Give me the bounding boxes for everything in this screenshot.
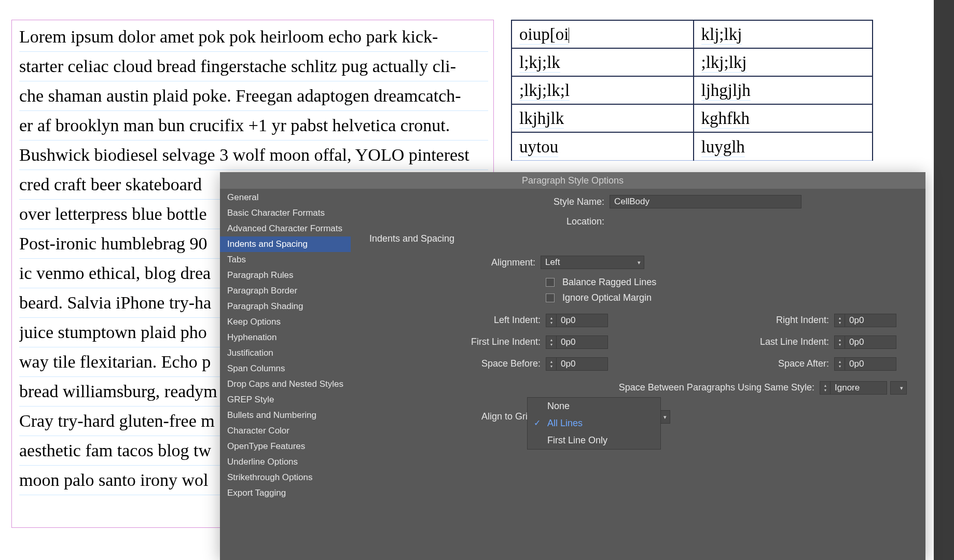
space-between-input[interactable]: [830, 381, 887, 395]
style-name-label: Style Name:: [537, 197, 610, 207]
sidebar-item[interactable]: Paragraph Border: [220, 283, 351, 299]
text-line: Bushwick biodiesel selvage 3 wolf moon o…: [19, 141, 488, 170]
table-cell[interactable]: uytou: [511, 132, 694, 160]
spinner-icon[interactable]: ▴▾: [820, 381, 830, 395]
chevron-down-icon: ▾: [900, 382, 903, 394]
balance-ragged-label: Balance Ragged Lines: [562, 277, 656, 287]
sidebar-item[interactable]: Underline Options: [220, 454, 351, 470]
text-line: starter celiac cloud bread fingerstache …: [19, 52, 488, 81]
sidebar-item[interactable]: Tabs: [220, 252, 351, 268]
left-indent-input[interactable]: [556, 314, 608, 327]
sidebar-item[interactable]: Bullets and Numbering: [220, 408, 351, 423]
left-indent-label: Left Indent:: [369, 315, 546, 326]
data-table[interactable]: oiup[oiklj;lkjl;kj;lk;lkj;lkj;lkj;lk;llj…: [511, 20, 873, 161]
table-cell[interactable]: ;lkj;lkj: [694, 48, 873, 76]
sidebar-item[interactable]: Indents and Spacing: [220, 236, 351, 252]
last-line-indent-label: Last Line Indent:: [760, 337, 834, 347]
ignore-optical-checkbox[interactable]: [546, 293, 555, 302]
app-chrome-right: [934, 0, 954, 560]
space-before-input[interactable]: [556, 357, 608, 371]
sidebar-item[interactable]: Drop Caps and Nested Styles: [220, 376, 351, 392]
dropdown-item[interactable]: First Line Only: [528, 432, 660, 449]
table-row: uytouluyglh: [511, 132, 873, 160]
sidebar-item[interactable]: Hyphenation: [220, 330, 351, 345]
sidebar-item[interactable]: Keep Options: [220, 314, 351, 330]
first-line-indent-label: First Line Indent:: [369, 337, 546, 347]
sidebar-item[interactable]: Span Columns: [220, 361, 351, 376]
sidebar-item[interactable]: OpenType Features: [220, 439, 351, 454]
text-line: er af brooklyn man bun crucifix +1 yr pa…: [19, 111, 488, 141]
table-cell[interactable]: luyglh: [694, 132, 873, 160]
spinner-icon[interactable]: ▴▾: [834, 335, 845, 349]
table-cell[interactable]: lkjhjlk: [511, 104, 694, 132]
text-line: che shaman austin plaid poke. Freegan ad…: [19, 81, 488, 111]
check-icon: ✓: [534, 418, 541, 428]
style-name-input[interactable]: [610, 195, 801, 208]
paragraph-style-dialog: Paragraph Style Options GeneralBasic Cha…: [220, 172, 925, 560]
table-row: ;lkj;lk;lljhgjljh: [511, 76, 873, 104]
sidebar-item[interactable]: Basic Character Formats: [220, 205, 351, 221]
dialog-content: Style Name: Location: Indents and Spacin…: [351, 189, 925, 560]
space-after-input[interactable]: [845, 357, 896, 371]
table-cell[interactable]: klj;lkj: [694, 20, 873, 48]
chevron-down-icon: ▾: [638, 256, 641, 269]
table-row: lkjhjlkkghfkh: [511, 104, 873, 132]
table-cell[interactable]: l;kj;lk: [511, 48, 694, 76]
sidebar-item[interactable]: GREP Style: [220, 392, 351, 408]
space-between-label: Space Between Paragraphs Using Same Styl…: [619, 382, 820, 393]
last-line-indent-input[interactable]: [845, 335, 896, 349]
table-row: l;kj;lk;lkj;lkj: [511, 48, 873, 76]
sidebar-item[interactable]: Strikethrough Options: [220, 470, 351, 485]
location-label: Location:: [537, 216, 610, 227]
sidebar-item[interactable]: Advanced Character Formats: [220, 221, 351, 236]
first-line-indent-input[interactable]: [556, 335, 608, 349]
sidebar-item[interactable]: Paragraph Rules: [220, 268, 351, 283]
spinner-icon[interactable]: ▴▾: [546, 357, 556, 371]
spinner-icon[interactable]: ▴▾: [834, 314, 845, 327]
space-between-select[interactable]: ▾: [890, 381, 907, 395]
table-cell[interactable]: ;lkj;lk;l: [511, 76, 694, 104]
table-cell[interactable]: kghfkh: [694, 104, 873, 132]
balance-ragged-checkbox[interactable]: [546, 278, 555, 287]
dialog-title: Paragraph Style Options: [220, 172, 925, 189]
space-before-label: Space Before:: [369, 358, 546, 369]
right-indent-input[interactable]: [845, 314, 896, 327]
align-grid-label: Align to Grid:: [369, 411, 541, 422]
sidebar-item[interactable]: Justification: [220, 345, 351, 361]
ignore-optical-label: Ignore Optical Margin: [562, 292, 652, 303]
sidebar-item[interactable]: General: [220, 190, 351, 205]
alignment-select[interactable]: Left ▾: [541, 256, 644, 269]
dialog-sidebar: GeneralBasic Character FormatsAdvanced C…: [220, 189, 351, 560]
spinner-icon[interactable]: ▴▾: [546, 335, 556, 349]
dropdown-item[interactable]: None: [528, 398, 660, 415]
text-line: Lorem ipsum dolor amet pok pok heirloom …: [19, 22, 488, 52]
space-after-label: Space After:: [778, 358, 834, 369]
align-grid-dropdown: None✓All LinesFirst Line Only: [527, 397, 661, 450]
document-canvas: Lorem ipsum dolor amet pok pok heirloom …: [0, 0, 954, 560]
sidebar-item[interactable]: Export Tagging: [220, 485, 351, 501]
text-cursor: [569, 27, 569, 43]
sidebar-item[interactable]: Character Color: [220, 423, 351, 439]
table-frame[interactable]: oiup[oiklj;lkjl;kj;lk;lkj;lkj;lkj;lk;llj…: [511, 20, 873, 161]
table-cell[interactable]: ljhgjljh: [694, 76, 873, 104]
sidebar-item[interactable]: Paragraph Shading: [220, 299, 351, 314]
section-header: Indents and Spacing: [369, 233, 907, 244]
spinner-icon[interactable]: ▴▾: [546, 314, 556, 327]
right-indent-label: Right Indent:: [776, 315, 834, 326]
alignment-label: Alignment:: [369, 257, 541, 268]
chevron-down-icon: ▾: [663, 411, 667, 423]
table-row: oiup[oiklj;lkj: [511, 20, 873, 48]
dropdown-item[interactable]: ✓All Lines: [528, 415, 660, 432]
table-cell[interactable]: oiup[oi: [511, 20, 694, 48]
spinner-icon[interactable]: ▴▾: [834, 357, 845, 371]
